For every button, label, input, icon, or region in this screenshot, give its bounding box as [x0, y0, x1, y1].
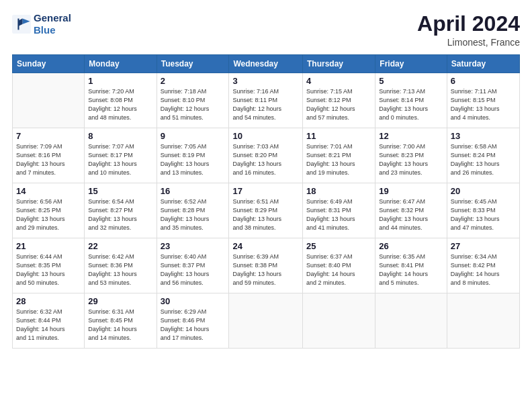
- calendar-cell: 3Sunrise: 7:16 AM Sunset: 8:11 PM Daylig…: [229, 73, 303, 128]
- calendar-cell: [229, 293, 303, 349]
- page: General Blue April 2024 Limonest, France…: [0, 0, 532, 411]
- day-number: 20: [451, 186, 516, 196]
- weekday-header-tuesday: Tuesday: [157, 55, 229, 73]
- logo: General Blue: [12, 12, 71, 36]
- day-number: 1: [88, 76, 152, 86]
- calendar-cell: 10Sunrise: 7:03 AM Sunset: 8:20 PM Dayli…: [229, 128, 303, 183]
- day-info: Sunrise: 7:05 AM Sunset: 8:19 PM Dayligh…: [161, 142, 226, 177]
- calendar-cell: 21Sunrise: 6:44 AM Sunset: 8:35 PM Dayli…: [13, 238, 85, 293]
- calendar-cell: [375, 293, 447, 349]
- day-info: Sunrise: 6:31 AM Sunset: 8:45 PM Dayligh…: [88, 308, 152, 342]
- calendar-cell: 15Sunrise: 6:54 AM Sunset: 8:27 PM Dayli…: [85, 183, 157, 238]
- day-info: Sunrise: 7:03 AM Sunset: 8:20 PM Dayligh…: [232, 142, 299, 177]
- calendar-cell: 6Sunrise: 7:11 AM Sunset: 8:15 PM Daylig…: [447, 73, 519, 128]
- day-info: Sunrise: 6:32 AM Sunset: 8:44 PM Dayligh…: [16, 308, 81, 342]
- day-number: 6: [451, 76, 516, 86]
- logo-text: General Blue: [34, 12, 71, 36]
- calendar-cell: 22Sunrise: 6:42 AM Sunset: 8:36 PM Dayli…: [85, 238, 157, 293]
- day-number: 15: [88, 186, 152, 196]
- day-info: Sunrise: 6:34 AM Sunset: 8:42 PM Dayligh…: [451, 253, 516, 287]
- day-number: 19: [379, 186, 443, 196]
- calendar-cell: 20Sunrise: 6:45 AM Sunset: 8:33 PM Dayli…: [447, 183, 519, 238]
- day-number: 4: [306, 76, 371, 86]
- day-info: Sunrise: 7:20 AM Sunset: 8:08 PM Dayligh…: [88, 87, 152, 122]
- day-number: 23: [161, 241, 226, 251]
- calendar-cell: 7Sunrise: 7:09 AM Sunset: 8:16 PM Daylig…: [13, 128, 85, 183]
- day-info: Sunrise: 6:45 AM Sunset: 8:33 PM Dayligh…: [451, 197, 516, 232]
- day-number: 8: [88, 131, 152, 141]
- day-info: Sunrise: 6:37 AM Sunset: 8:40 PM Dayligh…: [306, 253, 371, 287]
- day-number: 28: [16, 296, 81, 306]
- day-info: Sunrise: 6:54 AM Sunset: 8:27 PM Dayligh…: [88, 197, 152, 232]
- day-number: 25: [306, 241, 371, 251]
- weekday-header-saturday: Saturday: [447, 55, 519, 73]
- day-number: 18: [306, 186, 371, 196]
- day-number: 21: [16, 241, 81, 251]
- weekday-header-wednesday: Wednesday: [229, 55, 303, 73]
- day-info: Sunrise: 6:47 AM Sunset: 8:32 PM Dayligh…: [379, 197, 443, 232]
- calendar-cell: 4Sunrise: 7:15 AM Sunset: 8:12 PM Daylig…: [303, 73, 375, 128]
- day-number: 24: [232, 241, 299, 251]
- day-number: 27: [451, 241, 516, 251]
- day-info: Sunrise: 7:18 AM Sunset: 8:10 PM Dayligh…: [161, 87, 226, 122]
- day-number: 9: [161, 131, 226, 141]
- week-row-3: 14Sunrise: 6:56 AM Sunset: 8:25 PM Dayli…: [13, 183, 520, 238]
- calendar-cell: [13, 73, 85, 128]
- week-row-1: 1Sunrise: 7:20 AM Sunset: 8:08 PM Daylig…: [13, 73, 520, 128]
- day-info: Sunrise: 7:15 AM Sunset: 8:12 PM Dayligh…: [306, 87, 371, 122]
- day-number: 29: [88, 296, 152, 306]
- day-number: 22: [88, 241, 152, 251]
- day-info: Sunrise: 6:39 AM Sunset: 8:38 PM Dayligh…: [232, 253, 299, 287]
- day-number: 10: [232, 131, 299, 141]
- calendar-cell: 12Sunrise: 7:00 AM Sunset: 8:23 PM Dayli…: [375, 128, 447, 183]
- day-info: Sunrise: 7:00 AM Sunset: 8:23 PM Dayligh…: [379, 142, 443, 177]
- day-info: Sunrise: 6:42 AM Sunset: 8:36 PM Dayligh…: [88, 253, 152, 287]
- day-info: Sunrise: 6:52 AM Sunset: 8:28 PM Dayligh…: [161, 197, 226, 232]
- day-info: Sunrise: 7:09 AM Sunset: 8:16 PM Dayligh…: [16, 142, 81, 177]
- day-info: Sunrise: 7:01 AM Sunset: 8:21 PM Dayligh…: [306, 142, 371, 177]
- day-info: Sunrise: 6:29 AM Sunset: 8:46 PM Dayligh…: [161, 308, 226, 342]
- calendar-cell: 27Sunrise: 6:34 AM Sunset: 8:42 PM Dayli…: [447, 238, 519, 293]
- calendar-cell: 11Sunrise: 7:01 AM Sunset: 8:21 PM Dayli…: [303, 128, 375, 183]
- day-number: 30: [161, 296, 226, 306]
- week-row-5: 28Sunrise: 6:32 AM Sunset: 8:44 PM Dayli…: [13, 293, 520, 349]
- calendar-cell: [303, 293, 375, 349]
- day-info: Sunrise: 6:35 AM Sunset: 8:41 PM Dayligh…: [379, 253, 443, 287]
- calendar-cell: 29Sunrise: 6:31 AM Sunset: 8:45 PM Dayli…: [85, 293, 157, 349]
- logo-icon: [12, 15, 31, 34]
- day-number: 12: [379, 131, 443, 141]
- day-info: Sunrise: 7:11 AM Sunset: 8:15 PM Dayligh…: [451, 87, 516, 122]
- title-block: April 2024 Limonest, France: [417, 12, 520, 48]
- day-number: 16: [161, 186, 226, 196]
- calendar-cell: 5Sunrise: 7:13 AM Sunset: 8:14 PM Daylig…: [375, 73, 447, 128]
- day-info: Sunrise: 7:07 AM Sunset: 8:17 PM Dayligh…: [88, 142, 152, 177]
- day-number: 17: [232, 186, 299, 196]
- svg-rect-3: [17, 19, 19, 30]
- day-number: 2: [161, 76, 226, 86]
- week-row-4: 21Sunrise: 6:44 AM Sunset: 8:35 PM Dayli…: [13, 238, 520, 293]
- day-number: 11: [306, 131, 371, 141]
- day-info: Sunrise: 6:49 AM Sunset: 8:31 PM Dayligh…: [306, 197, 371, 232]
- calendar-cell: 30Sunrise: 6:29 AM Sunset: 8:46 PM Dayli…: [157, 293, 229, 349]
- day-number: 5: [379, 76, 443, 86]
- day-number: 26: [379, 241, 443, 251]
- location: Limonest, France: [417, 37, 520, 48]
- calendar-cell: 8Sunrise: 7:07 AM Sunset: 8:17 PM Daylig…: [85, 128, 157, 183]
- calendar-cell: 17Sunrise: 6:51 AM Sunset: 8:29 PM Dayli…: [229, 183, 303, 238]
- day-info: Sunrise: 6:40 AM Sunset: 8:37 PM Dayligh…: [161, 253, 226, 287]
- weekday-header-friday: Friday: [375, 55, 447, 73]
- day-info: Sunrise: 6:51 AM Sunset: 8:29 PM Dayligh…: [232, 197, 299, 232]
- weekday-header-thursday: Thursday: [303, 55, 375, 73]
- calendar-cell: 16Sunrise: 6:52 AM Sunset: 8:28 PM Dayli…: [157, 183, 229, 238]
- weekday-header-monday: Monday: [85, 55, 157, 73]
- calendar-cell: [447, 293, 519, 349]
- calendar-cell: 24Sunrise: 6:39 AM Sunset: 8:38 PM Dayli…: [229, 238, 303, 293]
- day-number: 14: [16, 186, 81, 196]
- calendar-cell: 23Sunrise: 6:40 AM Sunset: 8:37 PM Dayli…: [157, 238, 229, 293]
- calendar-cell: 28Sunrise: 6:32 AM Sunset: 8:44 PM Dayli…: [13, 293, 85, 349]
- calendar-cell: 26Sunrise: 6:35 AM Sunset: 8:41 PM Dayli…: [375, 238, 447, 293]
- month-title: April 2024: [417, 12, 520, 36]
- day-number: 3: [232, 76, 299, 86]
- day-info: Sunrise: 6:56 AM Sunset: 8:25 PM Dayligh…: [16, 197, 81, 232]
- day-info: Sunrise: 6:58 AM Sunset: 8:24 PM Dayligh…: [451, 142, 516, 177]
